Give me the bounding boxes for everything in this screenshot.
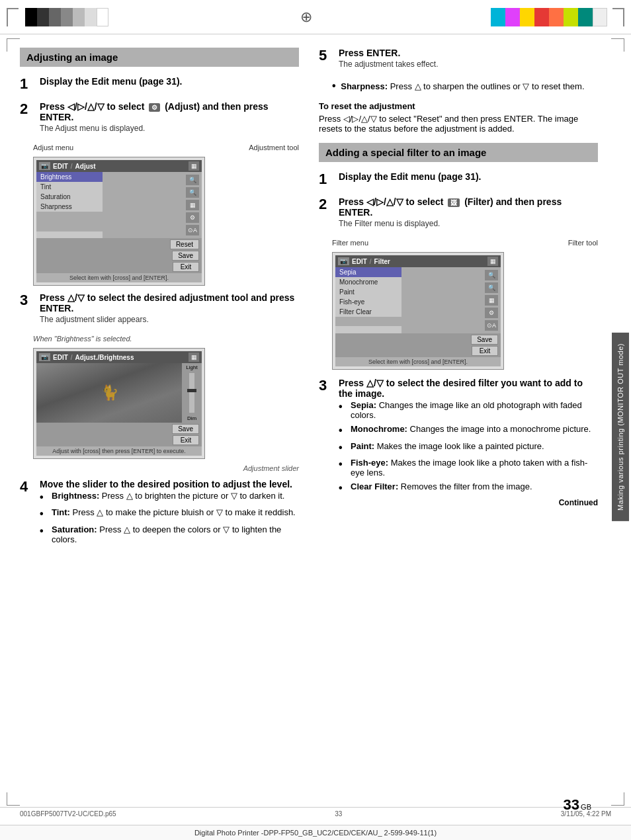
filter-step-1-text: Display the Edit menu (page 31). bbox=[339, 171, 598, 182]
filter-exit-btn[interactable]: Exit bbox=[472, 346, 498, 356]
filter-screen-labels: Filter menu Filter tool bbox=[332, 239, 598, 247]
bullet-saturation: • Saturation: Press △ to deepen the colo… bbox=[40, 525, 299, 544]
menu-saturation: Saturation bbox=[36, 192, 103, 202]
screen2-action-btns: Save Exit bbox=[36, 423, 202, 446]
filter-step-2-content: Press ◁/▷/△/▽ to select 🖼 (Filter) and t… bbox=[339, 196, 598, 230]
menu-sepia: Sepia bbox=[335, 267, 401, 277]
filter-edit-icon2[interactable]: ⚙ bbox=[485, 308, 498, 318]
screen2-icon-right: ▦ bbox=[189, 353, 199, 362]
reset-subsection-text: Press ◁/▷/△/▽ to select "Reset" and then… bbox=[319, 114, 598, 134]
filter-toolbar-text: EDIT bbox=[352, 258, 367, 265]
screen1-toolbar-sub: Adjust bbox=[75, 163, 96, 170]
right-column: 5 Press ENTER. The adjustment takes effe… bbox=[319, 48, 598, 815]
edit-icon-small: 📷 bbox=[39, 162, 50, 170]
filter-icon-right: ▦ bbox=[487, 257, 498, 266]
filter-toolbar-sub: Filter bbox=[374, 258, 390, 265]
top-bar-center: ⊕ bbox=[122, 9, 491, 26]
screen2-toolbar: 📷 EDIT / Adjust./Brightness ▦ bbox=[36, 351, 202, 363]
bullet-dot-3: • bbox=[40, 525, 49, 537]
bullet-brightness-text: Brightness: Press △ to brighten the pict… bbox=[52, 491, 299, 501]
bottom-left-text: 001GBFP5007TV2-UC/CED.p65 bbox=[20, 810, 116, 818]
screen1-footer: Select item with [cross] and [ENTER]. bbox=[36, 273, 202, 282]
screen1-label-left: Adjust menu bbox=[33, 144, 73, 151]
corner-tl bbox=[7, 38, 20, 52]
step-3: 3 Press △/▽ to select the desired adjust… bbox=[20, 292, 299, 325]
filter-fisheye-text: Fish-eye: Makes the image look like a ph… bbox=[351, 458, 598, 478]
filter-dot-5: • bbox=[339, 482, 348, 494]
zoom-in-icon[interactable]: 🔍 bbox=[186, 175, 199, 185]
step-4-number: 4 bbox=[20, 479, 34, 495]
filter-preview-area bbox=[335, 317, 401, 326]
filter-step-3-bullets: • Sepia: Changes the image like an old p… bbox=[339, 400, 598, 494]
step-1-content: Display the Edit menu (page 31). bbox=[40, 76, 299, 88]
screen2-caption: Adjustment slider bbox=[33, 464, 299, 472]
filter-step-3-title: Press △/▽ to select the desired filter y… bbox=[339, 378, 598, 399]
footer: Digital Photo Printer -DPP-FP50_GB_UC2/C… bbox=[0, 825, 631, 840]
filter-edit-icon: 📷 bbox=[338, 257, 349, 265]
filter-right-panel: 🔍 🔍 ▦ ⚙ ⊙A bbox=[401, 267, 501, 333]
screen1-label-right: Adjustment tool bbox=[249, 144, 299, 151]
screen1-toolbar-text: EDIT bbox=[53, 163, 68, 170]
bullet-tint: • Tint: Press △ to make the picture blui… bbox=[40, 507, 299, 520]
reset-btn[interactable]: Reset bbox=[170, 239, 199, 249]
filter-dot-3: • bbox=[339, 441, 348, 454]
screen1-main: Brightness Tint Saturation Sharpness 🔍 🔍… bbox=[36, 172, 202, 238]
zoom-out-icon[interactable]: 🔍 bbox=[186, 187, 199, 198]
filter-save-btn[interactable]: Save bbox=[471, 335, 498, 345]
step-4: 4 Move the slider to the desired positio… bbox=[20, 479, 299, 548]
exit-btn2[interactable]: Exit bbox=[173, 435, 199, 445]
filter-action-btns: Save Exit bbox=[335, 333, 501, 357]
corner-tr bbox=[611, 38, 624, 52]
filter-bullet-mono: • Monochrome: Changes the image into a m… bbox=[339, 424, 598, 437]
step-4-title: Move the slider to the desired position … bbox=[40, 479, 299, 489]
menu-fisheye: Fish-eye bbox=[335, 297, 401, 307]
top-left-corner bbox=[7, 8, 19, 26]
bullet-dot-2: • bbox=[40, 507, 49, 520]
step-4-bullets: • Brightness: Press △ to brighten the pi… bbox=[40, 491, 299, 544]
page-number-sup: GB bbox=[581, 803, 591, 811]
page-content: Adjusting an image 1 Display the Edit me… bbox=[0, 34, 631, 828]
save-btn2[interactable]: Save bbox=[172, 424, 199, 434]
filter-zoom-out-icon[interactable]: 🔍 bbox=[485, 282, 498, 293]
step-4-content: Move the slider to the desired position … bbox=[40, 479, 299, 548]
sharpness-bullet: • Sharpness: Press △ to sharpen the outl… bbox=[332, 79, 598, 92]
when-brightness-label: When "Brightness" is selected. bbox=[33, 335, 299, 343]
slider-top-label: Light bbox=[186, 364, 197, 370]
step-1: 1 Display the Edit menu (page 31). bbox=[20, 76, 299, 92]
filter-step-3: 3 Press △/▽ to select the desired filter… bbox=[319, 378, 598, 507]
save-btn[interactable]: Save bbox=[172, 251, 199, 261]
swatch-white-r bbox=[593, 8, 607, 26]
step-3-title: Press △/▽ to select the desired adjustme… bbox=[40, 292, 299, 314]
step-1-number: 1 bbox=[20, 76, 34, 92]
menu-brightness: Brightness bbox=[36, 172, 103, 182]
filter-zoom-in-icon[interactable]: 🔍 bbox=[485, 270, 498, 280]
step-2: 2 Press ◁/▷/△/▽ to select ⚙ (Adjust) and… bbox=[20, 101, 299, 134]
bullet-tint-text: Tint: Press △ to make the picture bluish… bbox=[52, 507, 299, 517]
edit-icon-small2: 📷 bbox=[39, 353, 50, 361]
exit-btn[interactable]: Exit bbox=[173, 262, 199, 272]
step-2-number: 2 bbox=[20, 101, 34, 117]
screen1-container: Adjust menu Adjustment tool 📷 EDIT / Adj… bbox=[33, 144, 299, 286]
page-number: 33 bbox=[564, 796, 579, 814]
swatch-dark bbox=[37, 8, 49, 26]
filter-step-3-number: 3 bbox=[319, 378, 333, 394]
filter-icon[interactable]: ⚙ bbox=[186, 212, 199, 223]
filter-circle-a-icon[interactable]: ⊙A bbox=[485, 320, 498, 331]
filter-section-header: Adding a special filter to an image bbox=[319, 143, 598, 162]
screen2-mockup: 📷 EDIT / Adjust./Brightness ▦ 🐈 bbox=[33, 348, 205, 459]
filter-dot-2: • bbox=[339, 424, 348, 437]
slider-bottom-label: Dim bbox=[187, 415, 196, 421]
footer-text: Digital Photo Printer -DPP-FP50_GB_UC2/C… bbox=[194, 829, 437, 837]
slider-track bbox=[189, 373, 194, 413]
filter-bullet-fisheye: • Fish-eye: Makes the image look like a … bbox=[339, 458, 598, 478]
filter-panel-icon[interactable]: ▦ bbox=[485, 295, 498, 306]
menu-sharpness: Sharpness bbox=[36, 202, 103, 212]
adjust-icon: ⚙ bbox=[149, 103, 160, 112]
filter-main: Sepia Monochrome Paint Fish-eye Filter C… bbox=[335, 267, 501, 333]
filter-bullet-paint: • Paint: Makes the image look like a pai… bbox=[339, 441, 598, 454]
filter-label-right: Filter tool bbox=[568, 239, 598, 247]
circle-a-icon[interactable]: ⊙A bbox=[186, 225, 199, 235]
panel-icon[interactable]: ▦ bbox=[186, 200, 199, 210]
filter-clear-text: Clear Filter: Removes the filter from th… bbox=[351, 482, 598, 491]
step-5: 5 Press ENTER. The adjustment takes effe… bbox=[319, 48, 598, 70]
